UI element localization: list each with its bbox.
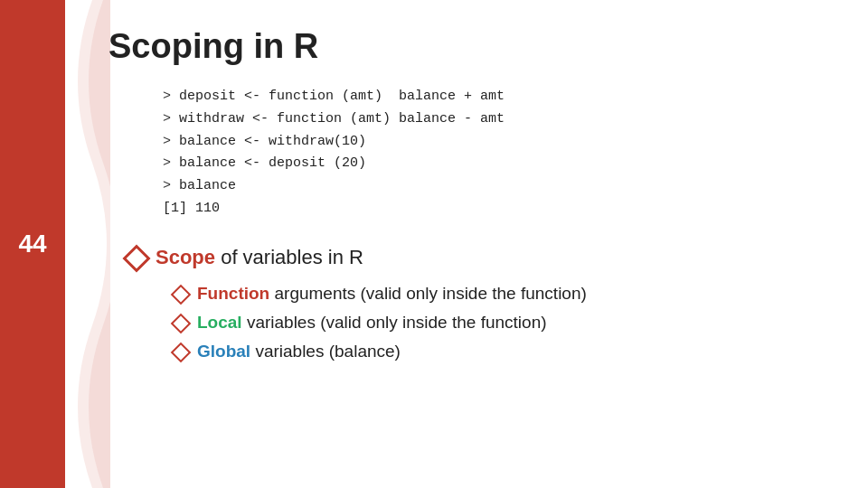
main-bullet-suffix: of variables in R: [215, 246, 363, 268]
main-diamond-icon: [122, 244, 150, 272]
sub-bullet-local: Local variables (valid only inside the f…: [174, 313, 832, 333]
code-line-5: > balance: [163, 175, 832, 198]
global-highlight: Global: [197, 342, 250, 361]
sub-diamond-icon-1: [171, 284, 192, 305]
scope-highlight: Scope: [156, 246, 215, 268]
main-bullet-text: Scope of variables in R: [156, 246, 363, 269]
function-highlight: Function: [197, 284, 269, 303]
main-bullet: Scope of variables in R: [127, 246, 832, 269]
code-line-1: > deposit <- function (amt) balance + am…: [163, 86, 832, 108]
slide-number-bar: 44: [0, 0, 65, 488]
function-rest: arguments (valid only inside the functio…: [269, 284, 587, 303]
sub-bullet-global: Global variables (balance): [174, 342, 832, 361]
sub-diamond-icon-2: [171, 313, 192, 333]
sub-bullet-function-text: Function arguments (valid only inside th…: [197, 284, 587, 304]
code-line-4: > balance <- deposit (20): [163, 153, 832, 175]
sub-bullet-local-text: Local variables (valid only inside the f…: [197, 313, 547, 333]
main-content: Scoping in R > deposit <- function (amt)…: [90, 0, 868, 488]
code-line-2: > withdraw <- function (amt) balance - a…: [163, 108, 832, 131]
code-line-3: > balance <- withdraw(10): [163, 131, 832, 154]
sub-bullet-global-text: Global variables (balance): [197, 342, 401, 361]
slide-number: 44: [18, 230, 46, 258]
sub-diamond-icon-3: [171, 342, 192, 362]
local-rest: variables (valid only inside the functio…: [242, 313, 547, 332]
global-rest: variables (balance): [250, 342, 401, 361]
local-highlight: Local: [197, 313, 242, 332]
sub-bullet-function: Function arguments (valid only inside th…: [174, 284, 832, 304]
code-line-6: [1] 110: [163, 198, 832, 221]
slide-title: Scoping in R: [108, 27, 832, 66]
code-block: > deposit <- function (amt) balance + am…: [163, 86, 832, 221]
sub-bullets-list: Function arguments (valid only inside th…: [174, 284, 832, 361]
